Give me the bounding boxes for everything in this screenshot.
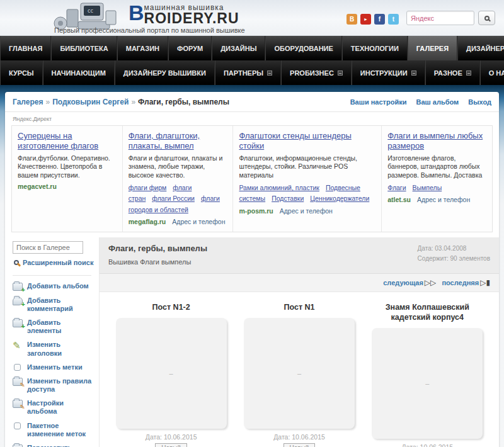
ad-address-link[interactable]: Адрес и телефон — [280, 207, 333, 215]
last-page-link[interactable]: последняя — [442, 279, 479, 286]
ad-sublink[interactable]: Ценникодержатели — [310, 195, 369, 202]
sidebar-item-add-elements[interactable]: Добавить элементы — [13, 319, 99, 335]
menu-label: Изменить метки — [27, 363, 83, 371]
ad-sublink[interactable]: Вымпелы — [413, 184, 442, 191]
ad-item: Суперцены на изготовление флагов Флаги,ф… — [12, 126, 123, 232]
user-album-link[interactable]: Ваш альбом — [416, 98, 459, 106]
album-title: Флаги, гербы, вымпелы — [108, 244, 207, 253]
next-pages-icon[interactable]: ▷▷ — [425, 278, 436, 287]
ad-sublink[interactable]: Флаги — [387, 184, 406, 191]
menu-label: Пакетное изменение меток — [27, 422, 94, 438]
user-links: Ваши настройки Ваш альбом Выход — [343, 98, 491, 106]
nav-probiznes[interactable]: PROБИЗНЕС — [281, 60, 352, 85]
album-settings-icon — [13, 400, 23, 408]
nav-raznoe[interactable]: РАЗНОЕ — [425, 60, 480, 85]
gallery-content: Флаги, гербы, вымпелы Вышивка Флаги вымп… — [100, 237, 499, 447]
nav-o-nas[interactable]: О НАС — [480, 60, 504, 85]
advanced-search-label: Расширенный поиск — [23, 259, 93, 266]
ad-title-link[interactable]: Флаги, флагштоки, плакаты, вымпел — [129, 131, 227, 152]
add-album-icon — [13, 283, 23, 291]
item-thumbnail[interactable]: – — [116, 318, 227, 429]
nav-galereya[interactable]: ГАЛЕРЕЯ — [408, 36, 457, 60]
item-title[interactable]: Знамя Колпашевский кадетский корпус4 — [364, 302, 491, 323]
ad-address-link[interactable]: Адрес и телефон — [417, 196, 470, 203]
nav-o-nas-label: О НАС — [489, 69, 504, 77]
nav-biblioteka[interactable]: БИБЛИОТЕКА — [51, 36, 117, 60]
ad-domain-link[interactable]: megacvet.ru — [18, 183, 57, 190]
ad-domain-link[interactable]: m-posm.ru — [239, 207, 273, 215]
facebook-icon[interactable]: f — [374, 14, 385, 25]
blogger-icon[interactable]: B — [346, 14, 357, 25]
item-date: Дата: 10.06.2015 — [107, 433, 235, 441]
breadcrumb-current: Флаги, гербы, вымпелы — [138, 98, 229, 106]
nav-magazin[interactable]: МАГАЗИН — [117, 36, 168, 60]
twitter-icon[interactable]: t — [388, 14, 399, 25]
ad-address-link[interactable]: Адрес и телефон — [172, 218, 225, 225]
nav-dizaynery[interactable]: ДИЗАЙНЕРЫ — [457, 36, 504, 60]
ad-sublink[interactable]: флаги России — [152, 195, 195, 202]
gallery-search-input[interactable] — [13, 241, 83, 254]
last-page-icon[interactable]: ▷▮ — [480, 278, 490, 287]
content-card: Галерея»Подковырин Сергей»Флаги, гербы, … — [5, 92, 499, 447]
item-date: Дата: 10.06.2015 — [235, 433, 363, 441]
nav-tekhnologii[interactable]: ТЕХНОЛОГИИ — [342, 36, 408, 60]
pagination-bar: следующая▷▷ последняя▷▮ — [100, 273, 499, 292]
ad-title-link[interactable]: Суперцены на изготовление флагов — [18, 131, 117, 152]
ad-sublink[interactable]: Подставки — [272, 195, 304, 202]
dropdown-indicator-icon — [411, 71, 416, 76]
add-comment-icon — [13, 297, 23, 305]
search-button[interactable] — [478, 11, 495, 25]
logo-text: B машинная вышивка ROIDERY.RU — [129, 2, 239, 25]
edit-titles-icon — [13, 341, 23, 349]
nav-partnery[interactable]: ПАРТНЕРЫ — [215, 60, 281, 85]
menu-label: Переместить альбом — [27, 444, 94, 447]
svg-text:cc: cc — [88, 8, 93, 14]
ad-sublink[interactable]: флаги фирм — [129, 184, 167, 191]
sidebar-item-edit-access[interactable]: Изменить правила доступа — [13, 377, 99, 393]
sidebar-item-batch-tags[interactable]: Пакетное изменение меток — [13, 422, 99, 438]
nav-dizayneru-vyshivki[interactable]: ДИЗАЙНЕРУ ВЫШИВКИ — [115, 60, 215, 85]
ad-domain-link[interactable]: atlet.su — [387, 196, 411, 203]
breadcrumb-gallery-link[interactable]: Галерея — [13, 98, 43, 106]
nav-glavnaya[interactable]: ГЛАВНАЯ — [0, 36, 51, 60]
advanced-search-link[interactable]: Расширенный поиск — [14, 259, 99, 266]
ad-title-link[interactable]: Флагштоки стенды штендеры стойки — [239, 131, 375, 152]
ad-item: Флаги, флагштоки, плакаты, вымпел Флаги … — [123, 126, 234, 232]
sidebar-item-edit-titles[interactable]: Изменить заголовки — [13, 341, 99, 357]
ad-sublink[interactable]: Рамки алюминий, пластик — [239, 184, 319, 191]
item-thumbnail[interactable]: – — [372, 328, 483, 439]
ad-domain-link[interactable]: megaflag.ru — [129, 218, 166, 225]
sidebar-item-move-album[interactable]: Переместить альбом — [13, 444, 99, 447]
sidebar-item-album-settings[interactable]: Настройки альбома — [13, 399, 99, 416]
item-title[interactable]: Пост N1 — [235, 302, 363, 312]
nav-forum[interactable]: ФОРУМ — [168, 36, 212, 60]
nav-partnery-label: ПАРТНЕРЫ — [224, 69, 263, 77]
logo-letter-b: B — [129, 2, 144, 23]
nav-nachinayushchim[interactable]: НАЧИНАЮЩИМ — [43, 60, 115, 85]
sidebar-item-add-album[interactable]: Добавить альбом — [13, 282, 99, 291]
menu-label: Настройки альбома — [27, 399, 94, 416]
item-thumbnail[interactable]: – — [244, 318, 355, 429]
yandex-search-input[interactable] — [406, 11, 474, 25]
ad-title-link[interactable]: Флаги и вымпелы любых размеров — [387, 131, 486, 152]
album-meta: Дата: 03.04.2008 Содержит: 90 элементов — [418, 244, 490, 266]
item-title[interactable]: Пост N1-2 — [107, 302, 235, 312]
nav-oborudovanie[interactable]: ОБОРУДОВАНИЕ — [265, 36, 341, 60]
ad-item: Флагштоки стенды штендеры стойки Флагшто… — [233, 126, 382, 232]
nav-instruktsii[interactable]: ИНСТРУКЦИИ — [352, 60, 425, 85]
sidebar-item-add-comment[interactable]: Добавить комментарий — [13, 297, 99, 313]
user-settings-link[interactable]: Ваши настройки — [350, 98, 407, 106]
yandex-direct-label: Яндекс.Директ — [5, 112, 499, 124]
breadcrumb-author-link[interactable]: Подковырин Сергей — [52, 98, 129, 106]
youtube-icon[interactable]: ► — [360, 14, 371, 25]
ad-body-text: Флаги,футболки. Оперативно. Качественно.… — [18, 154, 117, 180]
sidebar-item-edit-tags[interactable]: Изменить метки — [13, 363, 99, 371]
nav-kursy[interactable]: КУРСЫ — [0, 60, 43, 85]
broken-image-icon: – — [297, 370, 301, 377]
dropdown-indicator-icon — [267, 71, 272, 76]
add-elements-icon — [13, 319, 23, 327]
next-page-link[interactable]: следующая — [383, 279, 423, 286]
breadcrumb: Галерея»Подковырин Сергей»Флаги, гербы, … — [13, 98, 229, 106]
logout-link[interactable]: Выход — [468, 98, 491, 106]
nav-dizayny[interactable]: ДИЗАЙНЫ — [212, 36, 265, 60]
